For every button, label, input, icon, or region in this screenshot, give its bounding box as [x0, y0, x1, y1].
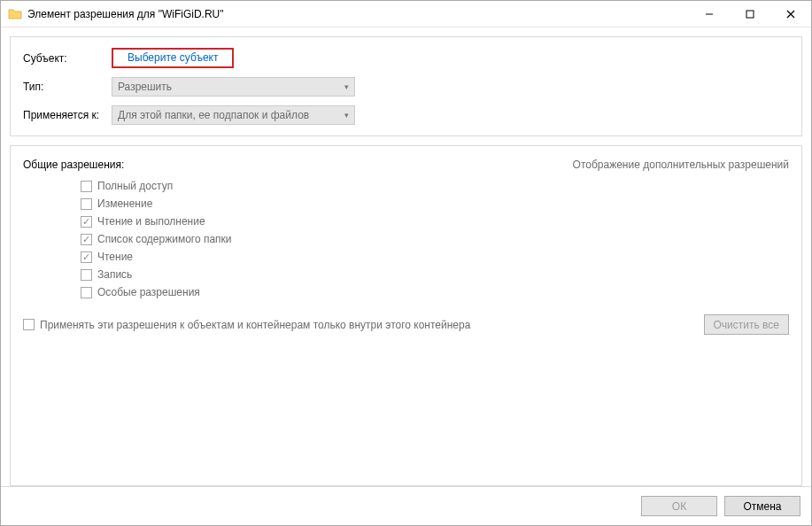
checkbox-icon [81, 181, 92, 192]
permission-label: Запись [97, 268, 132, 281]
minimize-button[interactable] [689, 1, 730, 27]
basic-permissions-label: Общие разрешения: [23, 159, 124, 171]
select-subject-highlight: Выберите субъект [112, 48, 234, 68]
checkbox-icon [81, 216, 92, 228]
permission-label: Чтение и выполнение [97, 215, 205, 228]
clear-all-button[interactable]: Очистить все [704, 314, 789, 335]
chevron-down-icon: ▾ [344, 111, 349, 120]
permission-label: Чтение [97, 251, 133, 263]
permission-label: Список содержимого папки [97, 233, 232, 245]
type-value: Разрешить [118, 81, 172, 93]
select-subject-link[interactable]: Выберите субъект [122, 50, 223, 66]
applies-to-select[interactable]: Для этой папки, ее подпапок и файлов ▾ [112, 105, 355, 125]
checkbox-icon [81, 287, 92, 298]
applies-to-label: Применяется к: [23, 109, 112, 121]
applies-to-value: Для этой папки, ее подпапок и файлов [118, 109, 309, 121]
permission-label: Полный доступ [97, 180, 173, 192]
ok-button[interactable]: ОК [641, 496, 717, 516]
subject-label: Субъект: [23, 52, 112, 65]
permission-checkbox[interactable]: Полный доступ [81, 180, 789, 192]
cancel-button[interactable]: Отмена [724, 496, 800, 516]
permissions-list: Полный доступИзменениеЧтение и выполнени… [23, 180, 789, 298]
chevron-down-icon: ▾ [344, 82, 349, 91]
apply-only-within-checkbox[interactable]: Применять эти разрешения к объектам и ко… [23, 319, 470, 331]
permission-checkbox[interactable]: Список содержимого папки [81, 233, 789, 245]
type-select[interactable]: Разрешить ▾ [112, 77, 355, 97]
checkbox-icon [23, 319, 35, 330]
permission-label: Изменение [97, 197, 152, 210]
content-area: Субъект: Выберите субъект Тип: Разрешить… [1, 27, 811, 486]
close-button[interactable] [770, 1, 811, 27]
maximize-button[interactable] [730, 1, 770, 27]
folder-icon [8, 7, 22, 21]
permission-checkbox[interactable]: Запись [81, 268, 789, 281]
type-label: Тип: [23, 81, 112, 93]
checkbox-icon [81, 251, 92, 263]
window-controls [689, 1, 811, 27]
checkbox-icon [81, 234, 92, 245]
show-advanced-permissions-link[interactable]: Отображение дополнительных разрешений [573, 159, 789, 171]
apply-only-label: Применять эти разрешения к объектам и ко… [40, 319, 470, 331]
dialog-footer: ОК Отмена [1, 486, 811, 525]
permission-checkbox[interactable]: Особые разрешения [81, 286, 789, 298]
svg-rect-1 [746, 11, 754, 18]
permission-checkbox[interactable]: Чтение и выполнение [81, 215, 789, 228]
permission-entry-window: Элемент разрешения для "WiFiGiD.RU" Субъ… [0, 0, 812, 526]
permissions-panel: Общие разрешения: Отображение дополнител… [10, 145, 802, 486]
checkbox-icon [81, 269, 92, 281]
permission-checkbox[interactable]: Изменение [81, 197, 789, 210]
checkbox-icon [81, 198, 92, 210]
permission-checkbox[interactable]: Чтение [81, 251, 789, 263]
titlebar: Элемент разрешения для "WiFiGiD.RU" [1, 1, 811, 27]
permission-label: Особые разрешения [97, 286, 200, 298]
window-title: Элемент разрешения для "WiFiGiD.RU" [27, 8, 689, 20]
principal-panel: Субъект: Выберите субъект Тип: Разрешить… [10, 36, 802, 136]
